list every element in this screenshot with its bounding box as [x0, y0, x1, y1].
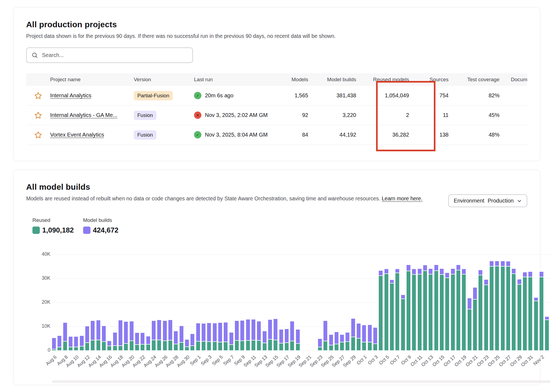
bar-oct-9[interactable]: [407, 254, 410, 350]
bar-oct-20[interactable]: [468, 254, 471, 350]
bar-sep-19[interactable]: [296, 254, 300, 350]
bar-oct-21[interactable]: [473, 254, 477, 350]
bar-aug-31[interactable]: [190, 254, 194, 350]
bar-sep-27[interactable]: [340, 254, 344, 350]
bar-oct-30[interactable]: [523, 254, 527, 350]
bar-oct-16[interactable]: [445, 254, 449, 350]
bar-aug-25[interactable]: [157, 254, 161, 350]
bar-sep-23[interactable]: [318, 254, 322, 350]
search-input[interactable]: [42, 52, 187, 58]
bar-oct-8[interactable]: [401, 254, 405, 350]
bar-oct-24[interactable]: [490, 254, 494, 350]
bar-aug-28[interactable]: [174, 254, 178, 350]
bar-aug-14[interactable]: [96, 254, 100, 350]
environment-select[interactable]: Environment Production: [448, 194, 527, 207]
bar-oct-26[interactable]: [501, 254, 505, 350]
bar-sep-7[interactable]: [229, 254, 233, 350]
bar-aug-6[interactable]: [52, 254, 56, 350]
bar-aug-22[interactable]: [141, 254, 144, 350]
bar-sep-26[interactable]: [335, 254, 338, 350]
bar-sep-14[interactable]: [268, 254, 272, 350]
bar-aug-17[interactable]: [113, 254, 117, 350]
bar-aug-13[interactable]: [91, 254, 95, 350]
bar-aug-16[interactable]: [107, 254, 111, 350]
bar-aug-29[interactable]: [180, 254, 183, 350]
bar-nov-2[interactable]: [540, 254, 543, 350]
bar-sep-17[interactable]: [285, 254, 289, 350]
bar-oct-10[interactable]: [412, 254, 416, 350]
bar-aug-23[interactable]: [146, 254, 150, 350]
bar-oct-29[interactable]: [517, 254, 521, 350]
bar-sep-24[interactable]: [323, 254, 327, 350]
bar-sep-16[interactable]: [279, 254, 283, 350]
bar-sep-29[interactable]: [351, 254, 355, 350]
bar-aug-27[interactable]: [168, 254, 172, 350]
bar-oct-3[interactable]: [373, 254, 377, 350]
bar-aug-11[interactable]: [80, 254, 84, 350]
bar-sep-10[interactable]: [246, 254, 250, 350]
chart-scrollbar[interactable]: [52, 380, 551, 383]
bar-oct-7[interactable]: [395, 254, 399, 350]
bar-sep-25[interactable]: [329, 254, 333, 350]
bar-oct-17[interactable]: [451, 254, 455, 350]
bar-aug-18[interactable]: [119, 254, 122, 350]
bar-oct-5[interactable]: [385, 254, 388, 350]
bar-nov-1[interactable]: [534, 254, 538, 350]
bar-aug-19[interactable]: [124, 254, 128, 350]
bar-sep-13[interactable]: [263, 254, 267, 350]
bar-sep-1[interactable]: [196, 254, 200, 350]
bar-oct-2[interactable]: [368, 254, 372, 350]
search-box[interactable]: [26, 47, 193, 63]
bar-oct-15[interactable]: [440, 254, 444, 350]
bar-sep-15[interactable]: [274, 254, 277, 350]
bar-oct-23[interactable]: [484, 254, 488, 350]
bar-aug-15[interactable]: [102, 254, 106, 350]
bar-sep-9[interactable]: [240, 254, 244, 350]
bar-sep-6[interactable]: [224, 254, 228, 350]
bar-aug-20[interactable]: [130, 254, 134, 350]
bar-segment-reused: [412, 275, 416, 350]
environment-label: Environment: [454, 198, 484, 204]
bar-sep-8[interactable]: [235, 254, 239, 350]
bar-oct-27[interactable]: [506, 254, 510, 350]
bar-sep-28[interactable]: [346, 254, 349, 350]
bar-oct-28[interactable]: [512, 254, 516, 350]
bar-sep-3[interactable]: [207, 254, 211, 350]
bar-sep-2[interactable]: [202, 254, 205, 350]
bar-aug-12[interactable]: [85, 254, 89, 350]
bar-aug-8[interactable]: [63, 254, 67, 350]
bar-sep-5[interactable]: [218, 254, 222, 350]
bar-sep-18[interactable]: [290, 254, 294, 350]
bar-aug-26[interactable]: [163, 254, 167, 350]
favorite-star-button[interactable]: [34, 111, 42, 119]
bar-aug-30[interactable]: [185, 254, 189, 350]
bar-oct-11[interactable]: [418, 254, 422, 350]
bar-sep-4[interactable]: [213, 254, 217, 350]
bar-oct-19[interactable]: [462, 254, 466, 350]
project-name-link[interactable]: Internal Analytics: [50, 92, 91, 98]
bar-oct-18[interactable]: [456, 254, 460, 350]
bar-oct-14[interactable]: [434, 254, 438, 350]
bar-oct-4[interactable]: [379, 254, 383, 350]
bar-sep-11[interactable]: [252, 254, 255, 350]
bar-oct-22[interactable]: [479, 254, 482, 350]
bar-oct-13[interactable]: [429, 254, 432, 350]
bar-aug-10[interactable]: [74, 254, 78, 350]
project-name-link[interactable]: Internal Analytics - GA Me...: [50, 112, 117, 118]
bar-aug-24[interactable]: [152, 254, 156, 350]
learn-more-link[interactable]: Learn more here.: [382, 195, 423, 201]
bar-aug-7[interactable]: [57, 254, 61, 350]
bar-oct-6[interactable]: [390, 254, 394, 350]
bar-oct-1[interactable]: [362, 254, 366, 350]
bar-oct-25[interactable]: [495, 254, 499, 350]
bar-sep-12[interactable]: [257, 254, 261, 350]
bar-oct-12[interactable]: [423, 254, 427, 350]
bar-aug-9[interactable]: [69, 254, 72, 350]
favorite-star-button[interactable]: [34, 92, 42, 100]
bar-nov-3[interactable]: [545, 254, 549, 350]
project-name-link[interactable]: Vortex Event Analytics: [50, 132, 104, 138]
bar-oct-31[interactable]: [528, 254, 532, 350]
bar-sep-30[interactable]: [357, 254, 361, 350]
favorite-star-button[interactable]: [34, 131, 42, 139]
bar-aug-21[interactable]: [135, 254, 139, 350]
